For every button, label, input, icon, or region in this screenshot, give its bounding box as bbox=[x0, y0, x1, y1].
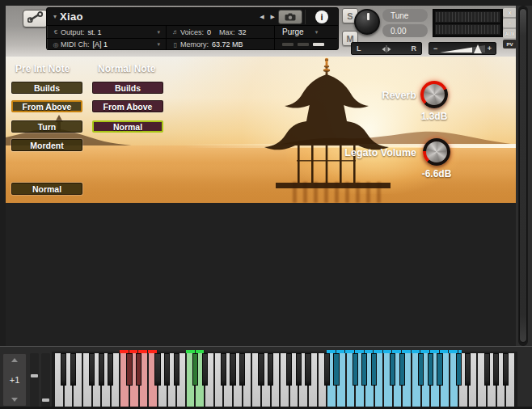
purge-menu[interactable]: Purge ▾ bbox=[275, 26, 337, 38]
black-key[interactable] bbox=[136, 353, 141, 386]
black-key[interactable] bbox=[268, 353, 273, 386]
memory-label: Memory: bbox=[180, 40, 209, 48]
octave-up-icon[interactable] bbox=[11, 358, 18, 362]
black-key[interactable] bbox=[89, 353, 95, 386]
memory-cell: ▯ Memory: 63.72 MB bbox=[167, 38, 274, 50]
keyboard-scroll-track-2[interactable] bbox=[41, 353, 50, 407]
slider-handle[interactable] bbox=[31, 374, 38, 377]
pre-int-normal-button[interactable]: Normal bbox=[11, 183, 82, 195]
volume-slider[interactable]: − + bbox=[429, 42, 496, 55]
pre-int-builds-button[interactable]: Builds bbox=[11, 82, 82, 94]
info-button[interactable]: i bbox=[315, 11, 328, 23]
pre-int-turn-button[interactable]: Turn bbox=[11, 120, 82, 133]
black-key[interactable] bbox=[286, 353, 292, 386]
black-key[interactable] bbox=[493, 353, 499, 386]
black-key[interactable] bbox=[437, 353, 442, 386]
black-key[interactable] bbox=[108, 353, 113, 386]
black-key[interactable] bbox=[239, 353, 245, 386]
midi-dropdown-icon[interactable]: ▾ bbox=[157, 41, 160, 48]
performance-view: Pre Int Note Normal Note Builds From Abo… bbox=[6, 57, 516, 203]
black-key[interactable] bbox=[296, 353, 302, 386]
black-key[interactable] bbox=[258, 353, 264, 386]
minimize-instrument-button[interactable]: − bbox=[503, 19, 517, 27]
range-green-indicator bbox=[186, 350, 205, 353]
black-key[interactable] bbox=[70, 353, 76, 386]
black-key[interactable] bbox=[174, 353, 179, 386]
pan-right-label: R bbox=[412, 44, 417, 53]
aux-button[interactable]: AUX bbox=[503, 29, 517, 38]
black-key[interactable] bbox=[305, 353, 310, 386]
performance-view-button[interactable]: PV bbox=[503, 40, 517, 48]
tune-label: Tune bbox=[382, 9, 428, 22]
rack-right-column bbox=[516, 6, 532, 346]
keyboard[interactable] bbox=[54, 353, 515, 407]
voices-notes-icon: ♬ bbox=[171, 28, 180, 36]
midi-channel-cell[interactable]: ◎ MIDI Ch: [A] 1 ▾ bbox=[47, 38, 166, 50]
black-key[interactable] bbox=[192, 353, 198, 386]
octave-down-icon[interactable] bbox=[11, 398, 18, 402]
black-key[interactable] bbox=[353, 353, 358, 386]
midi-plug-icon: ◎ bbox=[51, 41, 61, 48]
voices-label: Voices: bbox=[180, 28, 204, 36]
tune-value[interactable]: 0.00 bbox=[382, 24, 428, 37]
output-cell[interactable]: € Output: st. 1 ▾ bbox=[47, 26, 166, 38]
voices-value: 0 bbox=[207, 28, 211, 36]
black-key[interactable] bbox=[164, 353, 170, 386]
normal-note-builds-button[interactable]: Builds bbox=[92, 82, 163, 94]
group-title-normal-note: Normal Note bbox=[98, 63, 155, 74]
keyboard-bar: +1 bbox=[0, 346, 532, 407]
black-key[interactable] bbox=[221, 353, 226, 386]
purge-segment bbox=[298, 43, 309, 46]
keyboard-scroll-track-1[interactable] bbox=[30, 353, 39, 407]
slider-handle[interactable] bbox=[42, 398, 49, 402]
max-voices-value[interactable]: 32 bbox=[239, 28, 247, 36]
scrollbar-thumb[interactable] bbox=[519, 8, 527, 343]
purge-dropdown-icon: ▾ bbox=[315, 29, 319, 36]
black-key[interactable] bbox=[99, 353, 104, 386]
black-key[interactable] bbox=[126, 353, 132, 386]
black-key[interactable] bbox=[484, 353, 490, 386]
instrument-collapse-caret-icon[interactable]: ▾ bbox=[53, 13, 57, 20]
black-key[interactable] bbox=[465, 353, 471, 386]
memory-value: 63.72 MB bbox=[212, 40, 243, 48]
output-dropdown-icon[interactable]: ▾ bbox=[157, 29, 160, 36]
group-title-pre-int-note: Pre Int Note bbox=[15, 63, 70, 74]
black-key[interactable] bbox=[324, 353, 330, 386]
tune-knob[interactable] bbox=[354, 9, 380, 35]
volume-minus-label: − bbox=[433, 44, 437, 53]
tune-knob-pointer bbox=[367, 13, 369, 20]
normal-note-normal-button[interactable]: Normal bbox=[92, 120, 163, 133]
black-key[interactable] bbox=[456, 353, 462, 386]
black-key[interactable] bbox=[202, 353, 208, 386]
pre-int-mordent-button[interactable]: Mordent bbox=[11, 139, 82, 151]
black-key[interactable] bbox=[61, 353, 66, 386]
black-key[interactable] bbox=[230, 353, 235, 386]
edit-instrument-button[interactable] bbox=[23, 10, 48, 27]
wrench-icon bbox=[27, 11, 44, 26]
scrollbar-track[interactable] bbox=[518, 6, 528, 346]
black-key[interactable] bbox=[428, 353, 433, 386]
remove-instrument-button[interactable]: X bbox=[503, 8, 517, 17]
volume-handle[interactable] bbox=[474, 44, 482, 53]
snapshot-button[interactable] bbox=[278, 10, 302, 24]
black-key[interactable] bbox=[333, 353, 339, 386]
legato-volume-knob[interactable] bbox=[423, 138, 450, 166]
normal-note-from-above-button[interactable]: From Above bbox=[92, 100, 163, 112]
midi-label: MIDI Ch: bbox=[61, 40, 90, 48]
reverb-knob[interactable] bbox=[420, 81, 448, 108]
black-key[interactable] bbox=[361, 353, 367, 386]
instrument-info-panel: ▾ Xiao ◀ ▶ i € Output: st. 1 bbox=[46, 7, 339, 50]
black-key[interactable] bbox=[503, 353, 509, 386]
pan-slider[interactable]: L R bbox=[351, 42, 422, 55]
black-key[interactable] bbox=[154, 353, 160, 386]
octave-shift-control[interactable]: +1 bbox=[2, 353, 27, 407]
black-key[interactable] bbox=[371, 353, 377, 386]
black-key[interactable] bbox=[390, 353, 395, 386]
black-key[interactable] bbox=[399, 353, 405, 386]
next-instrument-icon[interactable]: ▶ bbox=[271, 14, 275, 20]
prev-instrument-icon[interactable]: ◀ bbox=[260, 14, 264, 20]
output-label: Output: bbox=[61, 28, 85, 36]
black-key[interactable] bbox=[418, 353, 424, 386]
pan-handle[interactable] bbox=[382, 45, 391, 53]
pre-int-from-above-button[interactable]: From Above bbox=[11, 100, 82, 112]
